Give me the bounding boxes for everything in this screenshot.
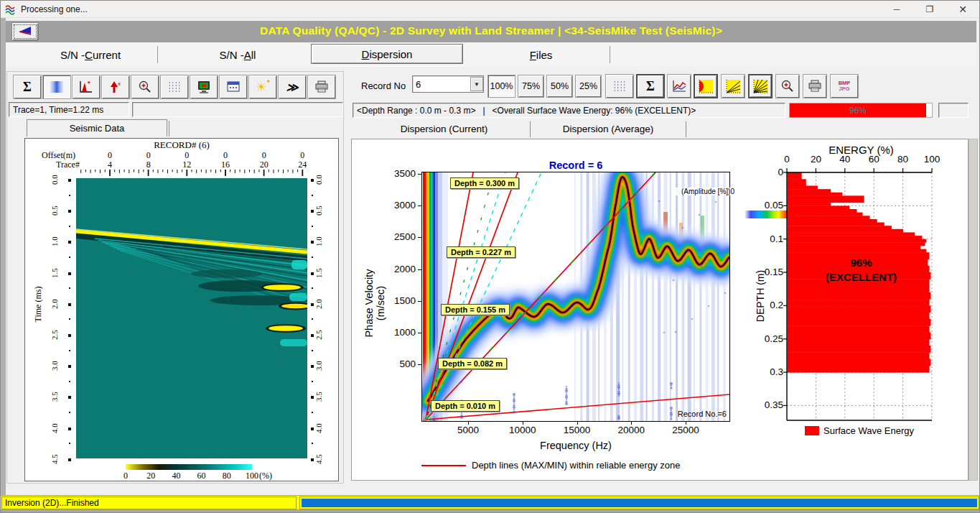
- time-minor-tick: [69, 443, 70, 444]
- record-no-combo[interactable]: ▼: [412, 75, 484, 93]
- depth-tick-label: 0.3: [756, 366, 783, 377]
- velocity-tick-label: 2500: [384, 231, 416, 242]
- depth-label: Depth = 0.227 m: [447, 246, 515, 258]
- time-tick-label: 3.5: [50, 386, 59, 407]
- tab-divider: [169, 121, 169, 137]
- dispersion-legend: Depth lines (MAX/MIN) within reliable en…: [421, 460, 752, 471]
- velocity-tick: [418, 174, 421, 175]
- tab-dispersion[interactable]: Dispersion: [311, 44, 463, 64]
- window-settings-button[interactable]: [219, 75, 248, 99]
- time-tick-label: 4.5: [50, 448, 59, 470]
- trace-value: 12: [182, 160, 191, 170]
- bottom-progress: [299, 496, 979, 509]
- energy-tick-label: 60: [869, 154, 879, 165]
- record-no-label: Record No: [361, 80, 406, 91]
- zoom-in-button[interactable]: [131, 75, 159, 99]
- depth-tick-label: 0: [756, 167, 783, 177]
- tab-dispersion-current[interactable]: Dispersion (Current): [360, 120, 528, 138]
- time-tick-label: 0.0: [314, 169, 323, 190]
- energy-chart: [786, 171, 936, 421]
- export-bmp-jpg-button[interactable]: BMP JPG: [830, 74, 859, 98]
- scrollbar-strip[interactable]: [969, 139, 978, 481]
- sum-button[interactable]: Σ: [13, 75, 42, 99]
- title-bar: Processing one... ─ ❐ ✕: [1, 1, 979, 18]
- energy-ylabel: DEPTH (m): [755, 260, 766, 332]
- red-swatch-icon: [805, 426, 819, 435]
- time-tick-label: 4.0: [314, 417, 323, 439]
- tab-files[interactable]: Files: [500, 45, 582, 64]
- minimize-button[interactable]: ─: [880, 1, 913, 18]
- tab-seismic-data[interactable]: Seismic Data: [27, 119, 167, 137]
- dispers-yticks: 350030002500200015001000500: [384, 172, 421, 422]
- print-button[interactable]: [803, 74, 827, 98]
- chevron-down-icon[interactable]: ▼: [470, 77, 483, 91]
- zoom-100-button[interactable]: 100%: [487, 75, 515, 98]
- svg-text:x: x: [118, 80, 121, 87]
- depth-label: Depth = 0.155 m: [441, 304, 510, 315]
- velocity-tick: [418, 301, 421, 302]
- bmp-jpg-icon: BMP JPG: [839, 80, 851, 92]
- tab-divider: [686, 121, 686, 137]
- dispersion-content: Record = 6: [351, 139, 969, 481]
- pick-button[interactable]: x: [101, 75, 130, 99]
- colorbar-tick-label: 80: [223, 471, 231, 481]
- status-message: Inversion (2D)...Finished: [1, 496, 297, 509]
- fan-full-button[interactable]: [748, 74, 773, 98]
- time-tick: [68, 303, 71, 306]
- svg-text:*: *: [88, 80, 90, 87]
- dispersion-panel: Record No ▼ 100% 75% 50% 25% Σ: [351, 71, 979, 484]
- energy-map-button[interactable]: [694, 74, 718, 98]
- energy-tick-label: 0: [784, 154, 790, 165]
- time-tick: [68, 396, 71, 399]
- time-tick-label: 1.0: [50, 231, 59, 252]
- grid-button[interactable]: [160, 75, 189, 99]
- restore-button[interactable]: ❐: [913, 1, 946, 18]
- monitor-icon: [197, 80, 211, 94]
- freq-tick: [523, 422, 523, 425]
- record-no-input[interactable]: [413, 78, 467, 91]
- velocity-tick-label: 3500: [384, 168, 416, 179]
- trace-values-row: 4812162024: [76, 160, 307, 169]
- offset-values-row: 000000: [76, 150, 307, 160]
- velocity-tick: [418, 205, 421, 206]
- grid-button[interactable]: [605, 74, 634, 98]
- freq-tick-label: 25000: [672, 425, 699, 435]
- print-button[interactable]: [307, 75, 336, 99]
- record-no-annotation: Record No.=6: [666, 410, 727, 418]
- sum-button[interactable]: Σ: [636, 74, 665, 98]
- time-minor-tick: [312, 287, 313, 289]
- time-tick: [68, 179, 71, 182]
- energy-annotation: 96% (EXCELLENT): [786, 256, 936, 285]
- arrow-up-icon: x: [108, 80, 123, 94]
- gain-icon: [50, 81, 63, 93]
- zoom-25-button[interactable]: 25%: [575, 75, 602, 98]
- brightness-button[interactable]: ☀ *: [248, 75, 277, 99]
- close-button[interactable]: ✕: [946, 1, 979, 18]
- curve-chart-button[interactable]: [667, 74, 691, 98]
- time-tick-label: 1.5: [50, 262, 59, 284]
- colorbar-tick-label: 0: [123, 471, 128, 481]
- energy-legend: Surface Wave Energy: [805, 425, 914, 436]
- time-minor-tick: [312, 443, 313, 444]
- time-tick: [68, 458, 71, 461]
- tab-dispersion-average[interactable]: Dispersion (Average): [533, 120, 683, 138]
- energy-tick-label: 40: [839, 154, 850, 165]
- record-title: RECORD# (6): [25, 139, 338, 151]
- display-button[interactable]: [190, 75, 218, 99]
- zoom-in-button[interactable]: [775, 74, 800, 98]
- velocity-tick-label: 1500: [384, 295, 416, 306]
- time-tick-label: 4.0: [50, 417, 59, 439]
- gain-display-button[interactable]: [42, 75, 71, 99]
- red-line-icon: [421, 465, 466, 466]
- colorbar-unit: (%): [259, 471, 272, 481]
- time-tick-label: 1.5: [314, 262, 323, 284]
- spectrum-button[interactable]: *: [72, 75, 101, 99]
- zoom-50-button[interactable]: 50%: [546, 75, 573, 98]
- fan-partial-button[interactable]: [721, 74, 745, 98]
- tab-sn-all[interactable]: S/N - All: [187, 45, 288, 64]
- chart-icon: [671, 79, 687, 93]
- energy-xtick-labels: 020406080100: [786, 154, 936, 165]
- phase-button[interactable]: ≫: [278, 75, 307, 99]
- zoom-75-button[interactable]: 75%: [518, 75, 544, 98]
- tab-sn-current[interactable]: S/N - Current: [33, 45, 148, 64]
